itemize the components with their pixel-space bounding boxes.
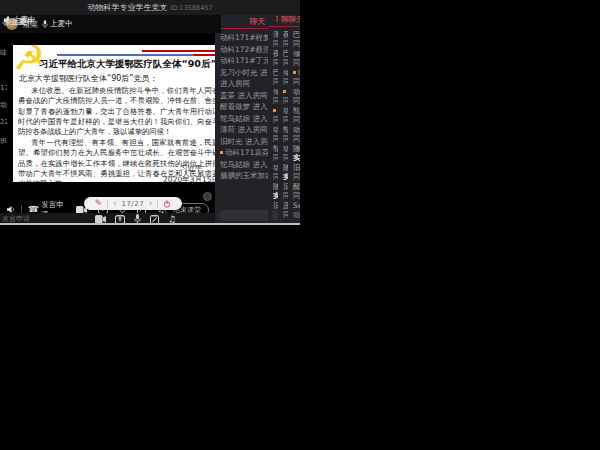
- end-presentation-power-icon[interactable]: [163, 200, 171, 208]
- title-bar: 动物科学专业学生党支 ID:13588457: [0, 0, 300, 15]
- party-emblem-icon: ☭: [13, 45, 45, 76]
- signature-date: 2020年3月15日: [163, 174, 219, 182]
- meeting-id: ID:13588457: [170, 4, 212, 12]
- chat-message: 动科 同意: [293, 125, 296, 143]
- chat-message: 巴 同意: [293, 30, 296, 48]
- window-title: 动物科学专业学生党支: [87, 2, 167, 13]
- mic-stand-icon: [4, 18, 10, 27]
- chat-sender: 随风: [293, 144, 296, 153]
- slide-paragraph: 来信收悉。在新冠肺炎疫情防控斗争中，你们青年人同在一线英勇奋战的广大疫情防控人员…: [18, 86, 242, 138]
- on-mic-indicator: 上麦中: [42, 19, 73, 29]
- chat-text: 同意: [293, 191, 296, 200]
- clipped-text-fragment: 22: [0, 118, 7, 126]
- slide-greeting: 北京大学援鄂医疗队全体“90后”党员：: [19, 73, 243, 84]
- slide-signature: 习近平 2020年3月15日: [163, 163, 219, 182]
- chat-message: 随风 实习: [293, 144, 296, 162]
- floating-widget-icon[interactable]: [203, 192, 212, 201]
- chat-text: 实习: [293, 153, 296, 162]
- chat-text: 同意: [293, 58, 296, 67]
- chat-message: 动科 同意: [293, 87, 296, 105]
- chat-text: 同意: [293, 134, 296, 143]
- clipped-text-fragment: 171: [0, 84, 7, 92]
- slide-page-controls: ✎ ‹ 17/27 ›: [84, 197, 182, 210]
- chat-sender: 旧时: [293, 163, 296, 172]
- chat-sender: 鸵鸟: [293, 106, 296, 115]
- chat-message: 醒着 同意: [293, 182, 296, 200]
- presentation-slide: ☭ 习近平给北京大学援鄂医疗队全体“90后”党员的回信 北京大学援鄂医疗队全体“…: [13, 45, 247, 182]
- chat-message: 鸵鸟 同意: [293, 106, 296, 124]
- chat-tab[interactable]: 聊天: [288, 13, 300, 27]
- on-mic-label: 上麦中: [50, 19, 73, 29]
- chat-message: 倾城 同意: [293, 49, 296, 67]
- pagenav-divider: [107, 200, 108, 208]
- chat-sender: 动科: [293, 125, 296, 134]
- page-indicator: 17/27: [121, 200, 144, 208]
- chat-message: 动科 同意: [293, 68, 296, 86]
- on-mic-label: 上麦中: [12, 17, 35, 27]
- tile-divider: [0, 223, 300, 225]
- chat-message: 旧时 同意: [293, 163, 296, 181]
- chat-sender: 动科: [293, 68, 296, 77]
- screenshot-grid: 动物科学专业学生党支 ID:13588457 上课模式 ⚙ 紫菜 上麦中 ☭ 动…: [0, 0, 600, 450]
- signature-name: 习近平: [163, 163, 219, 174]
- clipped-text-fragments: 味17122: [0, 48, 7, 126]
- mic-stand-icon: [42, 20, 48, 29]
- chat-sender: 醒着: [293, 182, 296, 191]
- chat-sender: Se: [293, 201, 296, 210]
- pen-tool-icon[interactable]: ✎: [95, 199, 103, 208]
- chat-text: 同意: [293, 96, 296, 105]
- chat-message-list: 巴 同意 倾城 同意 动科 同意 动科 同意 鸵鸟 同意 动科 同意: [288, 27, 300, 219]
- chat-message: Se 动科: [293, 201, 296, 219]
- chat-sender: 倾城: [293, 49, 296, 58]
- chat-sender: 巴: [293, 30, 296, 39]
- prev-slide-button[interactable]: ‹: [113, 199, 116, 208]
- chat-text: 同意: [293, 172, 296, 181]
- chat-sender: 动科: [293, 87, 296, 96]
- chat-text: 同意: [293, 39, 296, 48]
- chat-text: 同意: [293, 115, 296, 124]
- pagenav-divider: [157, 200, 158, 208]
- chat-sidebar: 聊天 巴 同意 倾城 同意 动科 同意 动科 同意 鸵鸟 同意 动科: [288, 13, 300, 225]
- clipped-text-fragment: 班: [0, 136, 7, 146]
- chat-text: 同意: [293, 77, 296, 86]
- next-slide-button[interactable]: ›: [149, 199, 152, 208]
- chat-text: 动科: [293, 210, 296, 219]
- clipped-text-fragment: 味: [0, 48, 7, 58]
- on-mic-indicator: 上麦中: [4, 17, 35, 27]
